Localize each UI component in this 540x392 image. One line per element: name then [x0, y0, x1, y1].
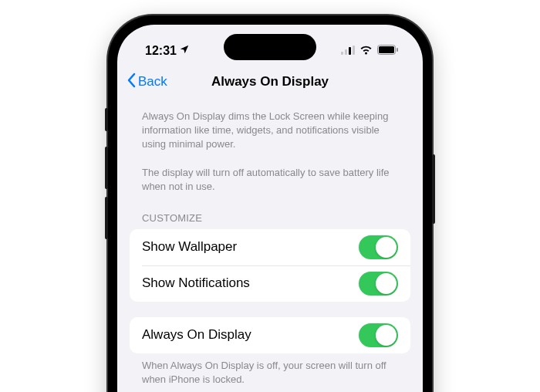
battery-icon: [377, 44, 398, 58]
svg-rect-6: [397, 48, 398, 52]
content: Always On Display dims the Lock Screen w…: [117, 99, 423, 392]
nav-header: Back Always On Display: [117, 65, 423, 99]
description-text-2: The display will turn off automatically …: [130, 157, 410, 198]
dynamic-island: [224, 34, 316, 60]
main-toggle-group: Always On Display: [130, 317, 410, 353]
svg-rect-5: [379, 46, 394, 53]
svg-rect-1: [345, 49, 347, 55]
row-label: Show Notifications: [142, 275, 250, 291]
screen: 12:31: [117, 25, 423, 392]
phone-frame: 12:31: [108, 15, 432, 392]
toggle-always-on-display[interactable]: [359, 323, 398, 347]
svg-rect-0: [341, 52, 343, 55]
back-label: Back: [138, 74, 167, 90]
power-button: [432, 154, 435, 224]
description-text-1: Always On Display dims the Lock Screen w…: [130, 105, 410, 157]
list-row-show-wallpaper[interactable]: Show Wallpaper: [130, 229, 410, 265]
toggle-knob: [376, 325, 397, 346]
section-header-customize: CUSTOMIZE: [130, 198, 410, 229]
page-title: Always On Display: [211, 74, 329, 90]
location-icon: [179, 44, 190, 58]
side-button: [105, 108, 108, 131]
chevron-left-icon: [127, 73, 136, 92]
svg-rect-3: [353, 46, 355, 55]
volume-up-button: [105, 147, 108, 189]
cellular-icon: [341, 44, 355, 58]
status-right: [341, 44, 398, 58]
toggle-knob: [376, 237, 397, 258]
status-time: 12:31: [145, 44, 177, 58]
toggle-knob: [376, 273, 397, 294]
footer-note: When Always On Display is off, your scre…: [130, 353, 410, 392]
svg-rect-2: [349, 47, 351, 55]
wifi-icon: [359, 44, 373, 58]
row-label: Show Wallpaper: [142, 239, 237, 255]
toggle-show-wallpaper[interactable]: [359, 235, 398, 259]
toggle-show-notifications[interactable]: [359, 272, 398, 296]
back-button[interactable]: Back: [127, 73, 167, 92]
list-row-show-notifications[interactable]: Show Notifications: [130, 265, 410, 302]
row-label: Always On Display: [142, 327, 251, 343]
status-left: 12:31: [145, 44, 190, 58]
list-row-always-on-display[interactable]: Always On Display: [130, 317, 410, 353]
volume-down-button: [105, 197, 108, 239]
customize-group: Show Wallpaper Show Notifications: [130, 229, 410, 302]
